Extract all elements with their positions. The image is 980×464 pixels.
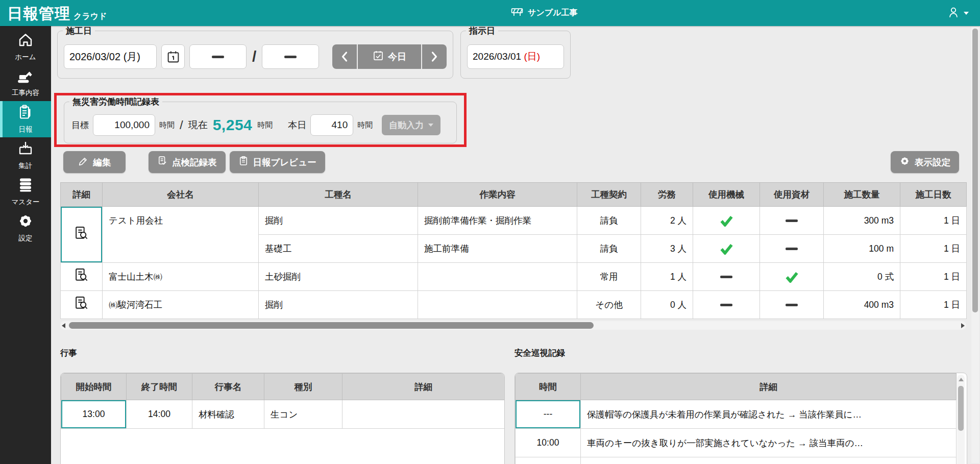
sidebar-item-kouji[interactable]: 工事内容 <box>0 65 51 101</box>
auto-input-button[interactable]: 自動入力 <box>382 115 440 135</box>
detail-button[interactable] <box>61 263 103 291</box>
chevron-down-icon <box>428 124 433 127</box>
work-table-row: テスト用会社掘削掘削前準備作業・掘削作業請負2 人300 m31 日 <box>61 207 967 235</box>
events-column-header: 開始時間 <box>61 374 127 400</box>
sidebar-item-label: 工事内容 <box>12 88 39 97</box>
work-table-column-header: 施工日数 <box>900 183 967 207</box>
dash-icon <box>786 215 798 226</box>
scroll-up-arrow[interactable] <box>959 378 964 381</box>
clipboard-icon <box>238 156 249 168</box>
safety-time-cell[interactable] <box>516 457 581 464</box>
today-hours-label: 本日 <box>288 119 306 131</box>
safety-row: 10:00車両のキーの抜き取りが一部実施されていなかった → 該当車両の… <box>516 429 957 457</box>
project-name: サンプル工事 <box>528 8 578 18</box>
machine-status-cell <box>693 291 760 319</box>
safety-detail-cell[interactable]: 保護帽等の保護具が未着用の作業員が確認された → 当該作業員に… <box>581 400 957 429</box>
project-selector[interactable]: サンプル工事 <box>510 0 578 26</box>
work-days-cell: 1 日 <box>900 235 967 263</box>
detail-button[interactable] <box>61 207 103 263</box>
goal-unit: 時間 <box>159 120 175 130</box>
safety-time-cell[interactable]: --- <box>516 400 581 429</box>
dash-icon <box>786 300 798 310</box>
instruction-date-input[interactable]: 2026/03/01 (日) <box>467 44 564 69</box>
quantity-cell: 0 式 <box>824 263 900 291</box>
document-search-icon <box>74 275 89 285</box>
event-end-time-cell[interactable]: 14:00 <box>127 400 192 429</box>
sidebar-item-master[interactable]: マスター <box>0 174 51 210</box>
detail-button[interactable] <box>61 291 103 319</box>
safety-row: ---保護帽等の保護具が未着用の作業員が確認された → 当該作業員に… <box>516 400 957 429</box>
material-status-cell <box>760 235 824 263</box>
contract-type-cell: 請負 <box>577 207 641 235</box>
today-hours-input[interactable]: 410 <box>310 114 353 136</box>
sidebar-item-settei[interactable]: 設定 <box>0 210 51 246</box>
construction-date-group: 施工日 2026/03/02 (月) / <box>57 31 453 79</box>
machine-status-cell <box>693 263 760 291</box>
safety-panel: 時間詳細 ---保護帽等の保護具が未着用の作業員が確認された → 当該作業員に…… <box>514 373 967 464</box>
work-content-cell <box>418 291 577 319</box>
construction-date-input[interactable]: 2026/03/02 (月) <box>64 44 157 69</box>
goal-current-separator: / <box>179 118 184 132</box>
previous-day-button[interactable] <box>332 44 357 69</box>
scroll-left-arrow[interactable] <box>62 323 65 328</box>
sidebar-item-home[interactable]: ホーム <box>0 29 51 65</box>
aggregate-icon <box>17 140 34 159</box>
work-table-column-header: 会社名 <box>103 183 259 207</box>
contract-type-cell: その他 <box>577 291 641 319</box>
goal-hours-input[interactable]: 100,000 <box>93 114 155 136</box>
range-end-input[interactable] <box>262 44 319 69</box>
toolbar: 編集 点検記録表 日報プレビュー <box>63 151 325 173</box>
sidebar-item-shuukei[interactable]: 集計 <box>0 137 51 174</box>
event-detail-cell[interactable] <box>342 400 505 429</box>
app-logo: 日報管理 クラウド <box>7 0 107 26</box>
sidebar-item-label: ホーム <box>15 53 36 62</box>
work-table-column-header: 工種名 <box>259 183 418 207</box>
report-icon <box>17 104 34 123</box>
check-icon <box>720 243 733 253</box>
safety-vertical-scrollbar <box>957 375 965 464</box>
display-settings-button[interactable]: 表示設定 <box>891 151 959 173</box>
page-scrollbar-thumb[interactable] <box>972 29 978 312</box>
work-table-row: ㈱駿河湾石工掘削その他0 人400 m31 日 <box>61 291 967 319</box>
instruction-date-group: 指示日 2026/03/01 (日) <box>460 31 571 79</box>
no-accident-hours-group: 無災害労働時間記録表 目標 100,000 時間 / 現在 5,254 時間 本… <box>64 102 457 143</box>
event-start-time-cell[interactable]: 13:00 <box>61 400 127 429</box>
scroll-right-arrow[interactable] <box>961 323 965 328</box>
dash-icon <box>786 243 798 254</box>
range-separator: / <box>251 48 257 65</box>
user-menu[interactable] <box>947 0 969 26</box>
calendar-picker-button[interactable] <box>161 44 185 69</box>
work-type-cell: 土砂掘削 <box>259 263 418 291</box>
chevron-down-icon <box>964 12 969 15</box>
inspection-record-button[interactable]: 点検記録表 <box>149 151 226 173</box>
edit-button[interactable]: 編集 <box>63 151 126 173</box>
safety-detail-cell[interactable]: 車両のキーの抜き取りが一部実施されていなかった → 該当車両の… <box>581 429 957 457</box>
safety-detail-cell[interactable] <box>581 457 957 464</box>
database-icon <box>17 177 34 195</box>
range-start-input[interactable] <box>189 44 247 69</box>
event-name-cell[interactable]: 材料確認 <box>192 400 264 429</box>
today-button[interactable]: 今日 <box>358 44 421 69</box>
events-table: 開始時間終了時間行事名種別詳細 13:0014:00材料確認生コン <box>61 373 505 429</box>
current-label: 現在 <box>188 118 208 132</box>
document-search-icon <box>74 303 89 313</box>
sidebar-item-nippo[interactable]: 日報 <box>0 101 51 137</box>
next-day-button[interactable] <box>422 44 447 69</box>
labor-count-cell: 2 人 <box>641 207 693 235</box>
event-category-cell[interactable]: 生コン <box>264 400 342 429</box>
labor-count-cell: 0 人 <box>641 291 693 319</box>
work-type-cell: 掘削 <box>259 207 418 235</box>
sidebar: ホーム工事内容日報集計マスター設定 <box>0 26 51 464</box>
safety-time-cell[interactable]: 10:00 <box>516 429 581 457</box>
company-name-cell: テスト用会社 <box>103 207 259 263</box>
report-preview-button[interactable]: 日報プレビュー <box>230 151 325 173</box>
safety-scrollbar-thumb[interactable] <box>958 386 964 431</box>
instruction-date-legend: 指示日 <box>466 25 498 37</box>
safety-table: 時間詳細 ---保護帽等の保護具が未着用の作業員が確認された → 当該作業員に…… <box>515 373 957 464</box>
display-settings-label: 表示設定 <box>915 156 950 168</box>
work-table-header-row: 詳細会社名工種名作業内容工種契約労務使用機械使用資材施工数量施工日数 <box>61 183 967 207</box>
events-panel: 開始時間終了時間行事名種別詳細 13:0014:00材料確認生コン <box>60 373 505 464</box>
horizontal-scrollbar-thumb[interactable] <box>69 322 594 329</box>
contract-type-cell: 請負 <box>577 235 641 263</box>
page-vertical-scrollbar <box>971 27 979 463</box>
